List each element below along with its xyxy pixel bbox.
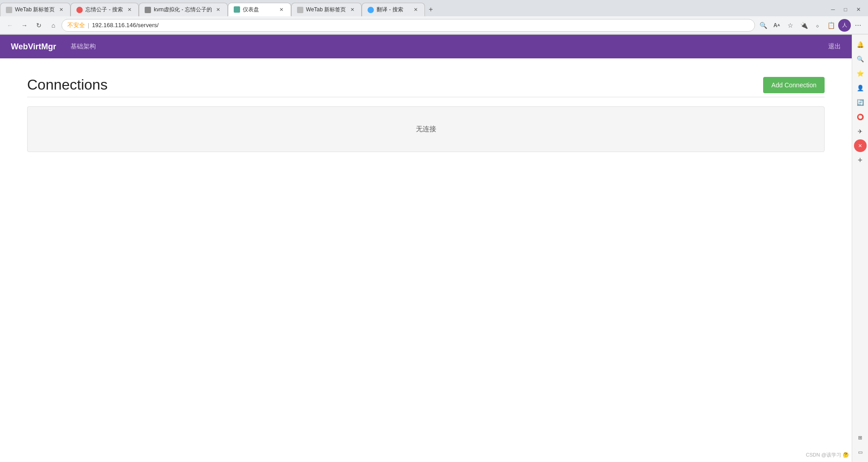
url-bar[interactable]: 不安全 | 192.168.116.146/servers/ [61, 19, 755, 32]
close-button[interactable]: ✕ [853, 5, 864, 14]
page-header: Connections Add Connection [27, 76, 825, 93]
new-tab-button[interactable]: + [425, 3, 436, 16]
tab-label-1: WeTab 新标签页 [15, 6, 55, 14]
tab-3[interactable]: kvm虚拟化 - 忘情公子的 ✕ [139, 3, 228, 16]
navbar-brand[interactable]: WebVirtMgr [11, 42, 56, 52]
app-container: WebVirtMgr 基础架构 退出 Connections Add Conne… [0, 35, 852, 420]
navbar: WebVirtMgr 基础架构 退出 [0, 35, 852, 58]
add-ext-icon[interactable]: + [854, 154, 867, 167]
notification-ext-icon[interactable]: 🔔 [854, 38, 867, 51]
tab-close-2[interactable]: ✕ [126, 6, 133, 14]
tab-bar: WeTab 新标签页 ✕ 忘情公子 - 搜索 ✕ kvm虚拟化 - 忘情公子的 … [0, 0, 868, 16]
search-ext-icon[interactable]: 🔍 [854, 52, 867, 65]
logout-button[interactable]: 退出 [828, 43, 841, 51]
tab-favicon-1 [6, 7, 12, 13]
forward-button[interactable]: → [18, 19, 31, 32]
grid-ext-icon[interactable]: ⊞ [854, 431, 867, 444]
tab-favicon-6 [368, 7, 374, 13]
tab-favicon-5 [297, 7, 303, 13]
close-circle-ext-icon[interactable]: ✕ [854, 139, 867, 152]
refresh-button[interactable]: ↻ [33, 19, 45, 32]
profile-toolbar-icon[interactable]: 人 [838, 19, 851, 32]
bookmarks-toolbar-icon[interactable]: 📋 [825, 19, 837, 32]
no-connections-message: 无连接 [27, 106, 825, 152]
toolbar-icons: 🔍 AA ☆ 🔌 ⬦ 📋 人 ⋯ [757, 19, 864, 32]
circle-blue-ext-icon[interactable]: ⭕ [854, 110, 867, 123]
tab-4[interactable]: 仪表盘 ✕ [228, 3, 291, 16]
search-toolbar-icon[interactable]: 🔍 [757, 19, 769, 32]
watermark: CSDN @该学习 🤔 [806, 452, 849, 458]
tab-close-1[interactable]: ✕ [57, 6, 65, 14]
url-separator: | [88, 22, 89, 29]
tab-favicon-3 [145, 7, 151, 13]
back-button[interactable]: ← [4, 19, 16, 32]
window-controls: ─ □ ✕ [824, 3, 868, 16]
sidebar-ext-icon[interactable]: ▭ [854, 446, 867, 458]
page-content: Connections Add Connection 无连接 [0, 58, 852, 420]
header-divider [27, 97, 825, 97]
tab-label-4: 仪表盘 [243, 6, 275, 14]
extensions-toolbar-icon[interactable]: 🔌 [797, 19, 810, 32]
empty-message-text: 无连接 [416, 125, 436, 133]
tab-5[interactable]: WeTab 新标签页 ✕ [291, 3, 362, 16]
tab-label-3: kvm虚拟化 - 忘情公子的 [154, 6, 212, 14]
tab-1[interactable]: WeTab 新标签页 ✕ [0, 3, 71, 16]
profile-ext-icon[interactable]: 👤 [854, 81, 867, 94]
navbar-infrastructure-link[interactable]: 基础架构 [71, 43, 96, 51]
sync-blue-ext-icon[interactable]: 🔄 [854, 96, 867, 109]
address-bar: ← → ↻ ⌂ 不安全 | 192.168.116.146/servers/ 🔍… [0, 16, 868, 34]
tab-favicon-2 [76, 7, 83, 13]
browser-chrome: WeTab 新标签页 ✕ 忘情公子 - 搜索 ✕ kvm虚拟化 - 忘情公子的 … [0, 0, 868, 35]
minimize-button[interactable]: ─ [827, 5, 839, 14]
tab-close-4[interactable]: ✕ [278, 6, 285, 13]
sync-toolbar-icon[interactable]: ⬦ [811, 19, 824, 32]
send-ext-icon[interactable]: ✈ [854, 125, 867, 138]
tab-label-2: 忘情公子 - 搜索 [85, 6, 123, 14]
tab-6[interactable]: 翻译 - 搜索 ✕ [362, 3, 425, 16]
home-button[interactable]: ⌂ [47, 19, 60, 32]
tab-close-3[interactable]: ✕ [215, 6, 222, 14]
add-connection-button[interactable]: Add Connection [763, 77, 825, 93]
more-toolbar-icon[interactable]: ⋯ [852, 19, 864, 32]
url-text: 192.168.116.146/servers/ [92, 22, 749, 29]
tab-2[interactable]: 忘情公子 - 搜索 ✕ [71, 3, 139, 16]
tab-label-6: 翻译 - 搜索 [377, 6, 409, 14]
tab-favicon-4 [234, 6, 240, 13]
star-ext-icon[interactable]: ⭐ [854, 67, 867, 80]
star-toolbar-icon[interactable]: ☆ [784, 19, 797, 32]
tab-close-5[interactable]: ✕ [349, 6, 356, 14]
browser-sidebar: 🔔 🔍 ⭐ 👤 🔄 ⭕ ✈ ✕ + ⊞ ▭ [852, 34, 868, 462]
tab-close-6[interactable]: ✕ [412, 6, 419, 14]
tab-label-5: WeTab 新标签页 [306, 6, 346, 14]
page-title: Connections [27, 76, 108, 93]
font-toolbar-icon[interactable]: AA [770, 19, 783, 32]
security-warning: 不安全 [67, 21, 85, 29]
maximize-button[interactable]: □ [840, 5, 851, 14]
